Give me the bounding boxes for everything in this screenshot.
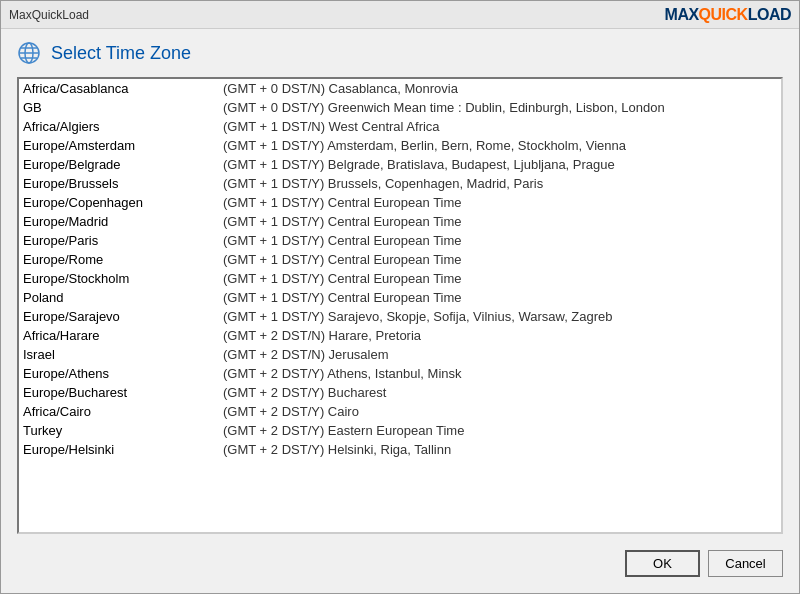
list-item[interactable]: Africa/Harare(GMT + 2 DST/N) Harare, Pre… xyxy=(19,326,781,345)
tz-name: Africa/Harare xyxy=(23,328,223,343)
tz-name: Europe/Athens xyxy=(23,366,223,381)
tz-name: Africa/Algiers xyxy=(23,119,223,134)
tz-desc: (GMT + 1 DST/Y) Central European Time xyxy=(223,233,777,248)
tz-name: Europe/Copenhagen xyxy=(23,195,223,210)
tz-name: Europe/Amsterdam xyxy=(23,138,223,153)
tz-name: Europe/Sarajevo xyxy=(23,309,223,324)
tz-desc: (GMT + 2 DST/Y) Cairo xyxy=(223,404,777,419)
tz-name: Israel xyxy=(23,347,223,362)
tz-name: Europe/Paris xyxy=(23,233,223,248)
list-item[interactable]: GB(GMT + 0 DST/Y) Greenwich Mean time : … xyxy=(19,98,781,117)
logo-load: LOAD xyxy=(748,6,791,23)
list-item[interactable]: Europe/Athens(GMT + 2 DST/Y) Athens, Ist… xyxy=(19,364,781,383)
tz-desc: (GMT + 1 DST/Y) Central European Time xyxy=(223,252,777,267)
tz-desc: (GMT + 1 DST/Y) Central European Time xyxy=(223,214,777,229)
tz-name: GB xyxy=(23,100,223,115)
tz-desc: (GMT + 2 DST/N) Harare, Pretoria xyxy=(223,328,777,343)
list-item[interactable]: Europe/Bucharest(GMT + 2 DST/Y) Buchares… xyxy=(19,383,781,402)
tz-name: Europe/Madrid xyxy=(23,214,223,229)
tz-desc: (GMT + 1 DST/Y) Sarajevo, Skopje, Sofija… xyxy=(223,309,777,324)
list-item[interactable]: Europe/Paris(GMT + 1 DST/Y) Central Euro… xyxy=(19,231,781,250)
main-window: MaxQuickLoad MAXQUICKLOAD Select Time Zo… xyxy=(0,0,800,594)
list-item[interactable]: Europe/Copenhagen(GMT + 1 DST/Y) Central… xyxy=(19,193,781,212)
list-item[interactable]: Europe/Amsterdam(GMT + 1 DST/Y) Amsterda… xyxy=(19,136,781,155)
logo-quick: QUICK xyxy=(699,6,748,23)
tz-desc: (GMT + 2 DST/Y) Athens, Istanbul, Minsk xyxy=(223,366,777,381)
list-item[interactable]: Africa/Algiers(GMT + 1 DST/N) West Centr… xyxy=(19,117,781,136)
tz-desc: (GMT + 0 DST/Y) Greenwich Mean time : Du… xyxy=(223,100,777,115)
tz-desc: (GMT + 1 DST/Y) Brussels, Copenhagen, Ma… xyxy=(223,176,777,191)
tz-desc: (GMT + 1 DST/Y) Central European Time xyxy=(223,290,777,305)
timezone-list-container: Africa/Casablanca(GMT + 0 DST/N) Casabla… xyxy=(17,77,783,534)
tz-name: Europe/Belgrade xyxy=(23,157,223,172)
tz-desc: (GMT + 1 DST/Y) Central European Time xyxy=(223,195,777,210)
window-title: MaxQuickLoad xyxy=(9,8,89,22)
tz-desc: (GMT + 2 DST/Y) Bucharest xyxy=(223,385,777,400)
list-item[interactable]: Africa/Casablanca(GMT + 0 DST/N) Casabla… xyxy=(19,79,781,98)
tz-name: Turkey xyxy=(23,423,223,438)
list-item[interactable]: Europe/Sarajevo(GMT + 1 DST/Y) Sarajevo,… xyxy=(19,307,781,326)
tz-desc: (GMT + 2 DST/N) Jerusalem xyxy=(223,347,777,362)
timezone-list[interactable]: Africa/Casablanca(GMT + 0 DST/N) Casabla… xyxy=(19,79,781,532)
tz-desc: (GMT + 1 DST/Y) Belgrade, Bratislava, Bu… xyxy=(223,157,777,172)
list-item[interactable]: Poland(GMT + 1 DST/Y) Central European T… xyxy=(19,288,781,307)
tz-desc: (GMT + 2 DST/Y) Eastern European Time xyxy=(223,423,777,438)
list-item[interactable]: Europe/Rome(GMT + 1 DST/Y) Central Europ… xyxy=(19,250,781,269)
list-item[interactable]: Europe/Madrid(GMT + 1 DST/Y) Central Eur… xyxy=(19,212,781,231)
tz-name: Europe/Brussels xyxy=(23,176,223,191)
tz-name: Poland xyxy=(23,290,223,305)
tz-name: Europe/Helsinki xyxy=(23,442,223,457)
title-bar: MaxQuickLoad MAXQUICKLOAD xyxy=(1,1,799,29)
list-item[interactable]: Turkey(GMT + 2 DST/Y) Eastern European T… xyxy=(19,421,781,440)
list-item[interactable]: Europe/Belgrade(GMT + 1 DST/Y) Belgrade,… xyxy=(19,155,781,174)
tz-name: Europe/Stockholm xyxy=(23,271,223,286)
tz-name: Europe/Rome xyxy=(23,252,223,267)
list-item[interactable]: Europe/Helsinki(GMT + 2 DST/Y) Helsinki,… xyxy=(19,440,781,459)
list-item[interactable]: Africa/Cairo(GMT + 2 DST/Y) Cairo xyxy=(19,402,781,421)
list-item[interactable]: Israel(GMT + 2 DST/N) Jerusalem xyxy=(19,345,781,364)
dialog-content: Select Time Zone Africa/Casablanca(GMT +… xyxy=(1,29,799,593)
tz-desc: (GMT + 1 DST/N) West Central Africa xyxy=(223,119,777,134)
list-item[interactable]: Europe/Brussels(GMT + 1 DST/Y) Brussels,… xyxy=(19,174,781,193)
tz-name: Africa/Cairo xyxy=(23,404,223,419)
globe-icon xyxy=(17,41,41,65)
tz-desc: (GMT + 1 DST/Y) Central European Time xyxy=(223,271,777,286)
logo-area: MAXQUICKLOAD xyxy=(665,6,791,24)
tz-desc: (GMT + 1 DST/Y) Amsterdam, Berlin, Bern,… xyxy=(223,138,777,153)
logo: MAXQUICKLOAD xyxy=(665,6,791,24)
tz-name: Europe/Bucharest xyxy=(23,385,223,400)
tz-name: Africa/Casablanca xyxy=(23,81,223,96)
tz-desc: (GMT + 2 DST/Y) Helsinki, Riga, Tallinn xyxy=(223,442,777,457)
dialog-header: Select Time Zone xyxy=(17,41,783,65)
button-row: OK Cancel xyxy=(17,546,783,581)
list-item[interactable]: Europe/Stockholm(GMT + 1 DST/Y) Central … xyxy=(19,269,781,288)
ok-button[interactable]: OK xyxy=(625,550,700,577)
cancel-button[interactable]: Cancel xyxy=(708,550,783,577)
tz-desc: (GMT + 0 DST/N) Casablanca, Monrovia xyxy=(223,81,777,96)
dialog-title: Select Time Zone xyxy=(51,43,191,64)
logo-max: MAX xyxy=(665,6,699,23)
